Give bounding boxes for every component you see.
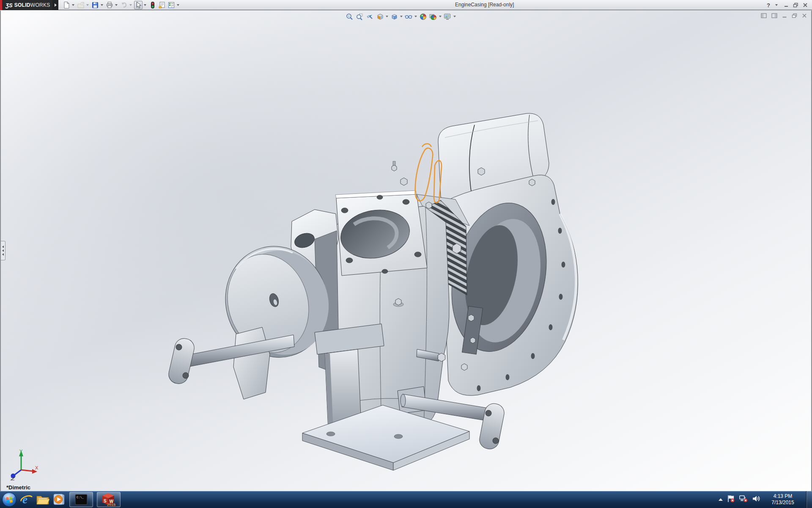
display-style-dropdown[interactable] [399, 12, 403, 21]
apply-scene-button[interactable] [428, 12, 438, 21]
svg-text:C:\_: C:\_ [77, 496, 84, 499]
options-button[interactable] [167, 1, 176, 9]
edit-appearance-button[interactable] [418, 12, 428, 21]
help-button[interactable]: ? [767, 2, 770, 8]
model-part-carb-plate[interactable] [335, 190, 427, 276]
clock-date: 7/13/2015 [766, 500, 800, 506]
section-view-dropdown[interactable] [385, 12, 389, 21]
clock-time: 4:13 PM [766, 493, 800, 500]
show-hidden-icons-button[interactable] [719, 498, 723, 501]
zoom-to-area-button[interactable] [355, 12, 364, 21]
options-icon [167, 1, 175, 9]
open-folder-icon [77, 1, 85, 9]
logo-text-works: WORKS [30, 2, 50, 8]
select-cursor-icon [134, 1, 142, 9]
hide-show-items-dropdown[interactable] [414, 12, 418, 21]
show-desktop-button[interactable] [806, 491, 812, 508]
rebuild-traffic-light-icon [149, 1, 156, 9]
new-document-button[interactable] [62, 1, 71, 9]
logo-3ds-mark: ƷS [5, 2, 13, 8]
apply-scene-dropdown[interactable] [438, 12, 442, 21]
logo-red-accent [0, 0, 2, 10]
document-minimize-button[interactable] [782, 12, 787, 20]
undo-icon [120, 1, 128, 9]
triad-x-label: X [35, 465, 38, 470]
folder-icon [36, 494, 49, 505]
command-prompt-icon: C:\_ [75, 494, 88, 505]
section-view-button[interactable] [375, 12, 384, 21]
save-dropdown[interactable] [100, 1, 104, 9]
options-dropdown[interactable] [176, 1, 180, 9]
window-controls: ? [767, 0, 808, 10]
featuremanager-collapsed-tab[interactable] [1, 241, 5, 260]
taskbar-item-media-player[interactable] [51, 491, 67, 508]
rebuild-button[interactable] [148, 1, 157, 9]
windows-start-icon [1, 491, 17, 508]
taskbar-item-windows-explorer[interactable] [35, 491, 51, 508]
taskbar: e C:\_ [0, 491, 812, 508]
view-settings-button[interactable] [443, 12, 452, 21]
internet-explorer-icon: e [20, 493, 33, 506]
system-tray: 4:13 PM 7/13/2015 [719, 491, 812, 508]
minimize-button[interactable] [784, 3, 789, 8]
print-icon [106, 1, 113, 9]
restore-button[interactable] [793, 3, 798, 8]
print-button[interactable] [105, 1, 114, 9]
document-window-controls [761, 12, 807, 20]
model-part-left-shaft[interactable] [167, 335, 294, 386]
document-close-button[interactable] [802, 12, 807, 20]
open-dropdown[interactable] [85, 1, 89, 9]
select-dropdown[interactable] [143, 1, 147, 9]
view-orientation-label: *Dimetric [6, 484, 30, 491]
view-settings-dropdown[interactable] [453, 12, 457, 21]
selection-highlight[interactable] [415, 144, 442, 203]
menu-flyout-arrow[interactable] [52, 0, 58, 10]
hide-show-items-button[interactable] [404, 12, 413, 21]
titlebar: ƷS SOLIDWORKS [0, 0, 812, 10]
network-disconnected-icon[interactable] [739, 494, 748, 505]
zoom-to-fit-button[interactable] [345, 12, 354, 21]
undo-dropdown[interactable] [129, 1, 132, 9]
featuremanager-pane-right-button[interactable] [771, 12, 777, 20]
help-dropdown[interactable] [774, 1, 778, 9]
solidworks-2015-icon: S W 2015 [102, 493, 116, 506]
reference-triad: Y X [7, 448, 39, 481]
graphics-viewport[interactable]: Y X *Dimetric [0, 11, 812, 491]
action-center-icon[interactable] [727, 494, 735, 505]
file-properties-icon [158, 1, 166, 9]
document-restore-button[interactable] [792, 12, 797, 20]
file-properties-button[interactable] [158, 1, 166, 9]
svg-text:S: S [104, 499, 107, 503]
headsup-view-toolbar [344, 12, 457, 21]
display-style-button[interactable] [390, 12, 399, 21]
previous-view-button[interactable] [365, 12, 374, 21]
volume-icon[interactable] [752, 494, 760, 505]
svg-text:2015: 2015 [107, 502, 115, 506]
taskbar-item-solidworks[interactable]: S W 2015 [97, 492, 121, 507]
solidworks-window: ƷS SOLIDWORKS [0, 0, 812, 508]
taskbar-item-command-prompt[interactable]: C:\_ [69, 492, 93, 507]
close-button[interactable] [803, 3, 808, 8]
print-dropdown[interactable] [114, 1, 118, 9]
media-player-icon [52, 493, 66, 506]
main-toolbar [62, 0, 181, 10]
new-dropdown[interactable] [71, 1, 75, 9]
logo-text-solid: SOLID [14, 2, 30, 8]
solidworks-logo: ƷS SOLIDWORKS [0, 0, 52, 10]
svg-text:e: e [22, 493, 27, 506]
taskbar-item-internet-explorer[interactable]: e [19, 491, 35, 508]
window-title: EngineCasing [Read-only] [455, 2, 514, 8]
start-button[interactable] [0, 491, 19, 508]
undo-button[interactable] [120, 1, 128, 9]
triad-y-label: Y [19, 449, 23, 454]
new-document-icon [63, 1, 70, 9]
featuremanager-pane-left-button[interactable] [761, 12, 767, 20]
select-tool-button[interactable] [134, 1, 143, 9]
taskbar-clock[interactable]: 4:13 PM 7/13/2015 [766, 493, 800, 506]
engine-casing-model[interactable] [1, 11, 812, 491]
save-icon [91, 1, 99, 9]
open-button[interactable] [77, 1, 85, 9]
save-button[interactable] [91, 1, 99, 9]
